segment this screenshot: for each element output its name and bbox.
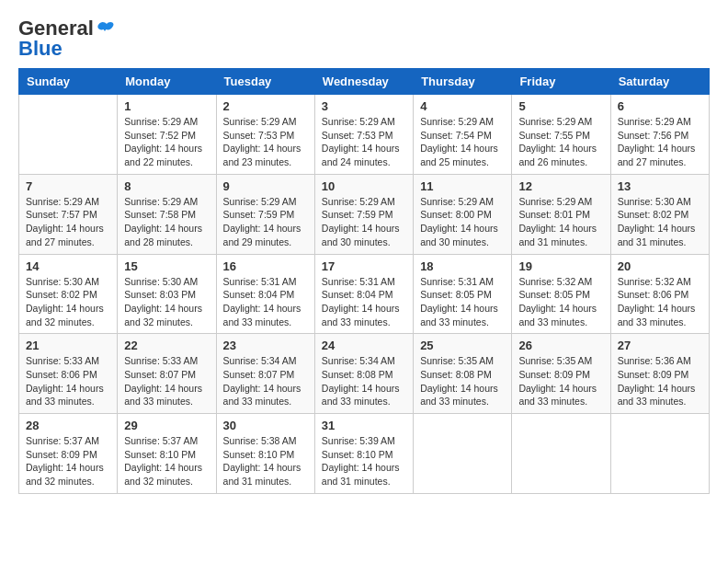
calendar-cell: 13Sunrise: 5:30 AM Sunset: 8:02 PM Dayli… [610, 174, 709, 254]
day-number: 5 [518, 99, 603, 113]
calendar-cell: 22Sunrise: 5:33 AM Sunset: 8:07 PM Dayli… [118, 334, 216, 414]
calendar-header-monday: Monday [118, 69, 216, 95]
day-number: 14 [26, 259, 110, 273]
day-number: 28 [26, 419, 110, 432]
calendar-cell: 10Sunrise: 5:29 AM Sunset: 7:59 PM Dayli… [314, 174, 413, 254]
calendar-cell: 25Sunrise: 5:35 AM Sunset: 8:08 PM Dayli… [414, 334, 512, 414]
logo-bird-icon [96, 19, 114, 38]
calendar-week-row: 28Sunrise: 5:37 AM Sunset: 8:09 PM Dayli… [19, 414, 710, 494]
day-info: Sunrise: 5:34 AM Sunset: 8:08 PM Dayligh… [322, 354, 406, 408]
calendar-week-row: 1Sunrise: 5:29 AM Sunset: 7:52 PM Daylig… [19, 95, 710, 175]
calendar-table: SundayMondayTuesdayWednesdayThursdayFrid… [18, 68, 710, 494]
calendar-cell [610, 414, 709, 494]
calendar-cell: 15Sunrise: 5:30 AM Sunset: 8:03 PM Dayli… [118, 254, 216, 334]
day-info: Sunrise: 5:32 AM Sunset: 8:06 PM Dayligh… [618, 275, 702, 329]
day-number: 9 [223, 179, 308, 193]
day-number: 20 [618, 259, 702, 273]
calendar-cell: 20Sunrise: 5:32 AM Sunset: 8:06 PM Dayli… [610, 254, 709, 334]
day-number: 19 [518, 259, 603, 273]
calendar-cell: 2Sunrise: 5:29 AM Sunset: 7:53 PM Daylig… [216, 95, 314, 175]
day-info: Sunrise: 5:29 AM Sunset: 7:52 PM Dayligh… [124, 115, 209, 169]
day-number: 24 [322, 339, 406, 352]
day-number: 7 [26, 179, 110, 193]
calendar-cell: 28Sunrise: 5:37 AM Sunset: 8:09 PM Dayli… [19, 414, 118, 494]
calendar-header-row: SundayMondayTuesdayWednesdayThursdayFrid… [19, 69, 710, 95]
day-number: 31 [322, 419, 406, 432]
calendar-cell: 16Sunrise: 5:31 AM Sunset: 8:04 PM Dayli… [216, 254, 314, 334]
day-info: Sunrise: 5:38 AM Sunset: 8:10 PM Dayligh… [223, 434, 308, 488]
day-number: 26 [518, 339, 603, 352]
day-info: Sunrise: 5:39 AM Sunset: 8:10 PM Dayligh… [322, 434, 406, 488]
day-info: Sunrise: 5:31 AM Sunset: 8:04 PM Dayligh… [223, 275, 308, 329]
calendar-cell: 30Sunrise: 5:38 AM Sunset: 8:10 PM Dayli… [216, 414, 314, 494]
logo: General Blue [18, 18, 114, 59]
logo-general-text: General [18, 18, 94, 39]
calendar-cell: 4Sunrise: 5:29 AM Sunset: 7:54 PM Daylig… [414, 95, 512, 175]
day-info: Sunrise: 5:29 AM Sunset: 8:01 PM Dayligh… [518, 195, 603, 249]
calendar-cell: 27Sunrise: 5:36 AM Sunset: 8:09 PM Dayli… [610, 334, 709, 414]
day-info: Sunrise: 5:35 AM Sunset: 8:09 PM Dayligh… [518, 354, 603, 408]
calendar-cell: 5Sunrise: 5:29 AM Sunset: 7:55 PM Daylig… [512, 95, 610, 175]
calendar-cell: 17Sunrise: 5:31 AM Sunset: 8:04 PM Dayli… [314, 254, 413, 334]
calendar-cell: 14Sunrise: 5:30 AM Sunset: 8:02 PM Dayli… [19, 254, 118, 334]
calendar-header-sunday: Sunday [19, 69, 118, 95]
day-number: 1 [124, 99, 209, 113]
day-info: Sunrise: 5:37 AM Sunset: 8:09 PM Dayligh… [26, 434, 110, 488]
day-info: Sunrise: 5:29 AM Sunset: 7:57 PM Dayligh… [26, 195, 110, 249]
calendar-cell: 1Sunrise: 5:29 AM Sunset: 7:52 PM Daylig… [118, 95, 216, 175]
day-number: 30 [223, 419, 308, 432]
calendar-header-friday: Friday [512, 69, 610, 95]
calendar-cell [414, 414, 512, 494]
calendar-cell: 3Sunrise: 5:29 AM Sunset: 7:53 PM Daylig… [314, 95, 413, 175]
calendar-cell: 7Sunrise: 5:29 AM Sunset: 7:57 PM Daylig… [19, 174, 118, 254]
day-info: Sunrise: 5:34 AM Sunset: 8:07 PM Dayligh… [223, 354, 308, 408]
day-info: Sunrise: 5:29 AM Sunset: 7:58 PM Dayligh… [124, 195, 209, 249]
day-info: Sunrise: 5:32 AM Sunset: 8:05 PM Dayligh… [518, 275, 603, 329]
day-number: 18 [420, 259, 505, 273]
calendar-cell: 29Sunrise: 5:37 AM Sunset: 8:10 PM Dayli… [118, 414, 216, 494]
day-info: Sunrise: 5:31 AM Sunset: 8:05 PM Dayligh… [420, 275, 505, 329]
calendar-cell [512, 414, 610, 494]
day-number: 27 [618, 339, 702, 352]
calendar-cell: 21Sunrise: 5:33 AM Sunset: 8:06 PM Dayli… [19, 334, 118, 414]
day-info: Sunrise: 5:35 AM Sunset: 8:08 PM Dayligh… [420, 354, 505, 408]
calendar-header-saturday: Saturday [610, 69, 709, 95]
day-number: 21 [26, 339, 110, 352]
page-header: General Blue [18, 18, 710, 59]
day-number: 12 [518, 179, 603, 193]
day-info: Sunrise: 5:29 AM Sunset: 7:56 PM Dayligh… [618, 115, 702, 169]
day-number: 15 [124, 259, 209, 273]
day-number: 29 [124, 419, 209, 432]
calendar-cell: 31Sunrise: 5:39 AM Sunset: 8:10 PM Dayli… [314, 414, 413, 494]
day-number: 4 [420, 99, 505, 113]
day-info: Sunrise: 5:30 AM Sunset: 8:02 PM Dayligh… [618, 195, 702, 249]
day-number: 8 [124, 179, 209, 193]
day-info: Sunrise: 5:29 AM Sunset: 7:53 PM Dayligh… [223, 115, 308, 169]
calendar-cell: 24Sunrise: 5:34 AM Sunset: 8:08 PM Dayli… [314, 334, 413, 414]
day-info: Sunrise: 5:29 AM Sunset: 7:55 PM Dayligh… [518, 115, 603, 169]
day-info: Sunrise: 5:29 AM Sunset: 7:59 PM Dayligh… [223, 195, 308, 249]
day-info: Sunrise: 5:33 AM Sunset: 8:06 PM Dayligh… [26, 354, 110, 408]
calendar-header-thursday: Thursday [414, 69, 512, 95]
day-number: 23 [223, 339, 308, 352]
day-info: Sunrise: 5:29 AM Sunset: 7:59 PM Dayligh… [322, 195, 406, 249]
day-info: Sunrise: 5:30 AM Sunset: 8:03 PM Dayligh… [124, 275, 209, 329]
calendar-header-tuesday: Tuesday [216, 69, 314, 95]
day-info: Sunrise: 5:37 AM Sunset: 8:10 PM Dayligh… [124, 434, 209, 488]
day-number: 13 [618, 179, 702, 193]
day-info: Sunrise: 5:31 AM Sunset: 8:04 PM Dayligh… [322, 275, 406, 329]
calendar-header-wednesday: Wednesday [314, 69, 413, 95]
calendar-week-row: 14Sunrise: 5:30 AM Sunset: 8:02 PM Dayli… [19, 254, 710, 334]
calendar-cell: 8Sunrise: 5:29 AM Sunset: 7:58 PM Daylig… [118, 174, 216, 254]
day-info: Sunrise: 5:30 AM Sunset: 8:02 PM Dayligh… [26, 275, 110, 329]
day-info: Sunrise: 5:29 AM Sunset: 7:53 PM Dayligh… [322, 115, 406, 169]
calendar-cell: 19Sunrise: 5:32 AM Sunset: 8:05 PM Dayli… [512, 254, 610, 334]
day-number: 22 [124, 339, 209, 352]
day-number: 11 [420, 179, 505, 193]
day-number: 6 [618, 99, 702, 113]
calendar-week-row: 7Sunrise: 5:29 AM Sunset: 7:57 PM Daylig… [19, 174, 710, 254]
logo-blue-text: Blue [18, 39, 63, 59]
calendar-cell: 6Sunrise: 5:29 AM Sunset: 7:56 PM Daylig… [610, 95, 709, 175]
calendar-week-row: 21Sunrise: 5:33 AM Sunset: 8:06 PM Dayli… [19, 334, 710, 414]
day-info: Sunrise: 5:33 AM Sunset: 8:07 PM Dayligh… [124, 354, 209, 408]
